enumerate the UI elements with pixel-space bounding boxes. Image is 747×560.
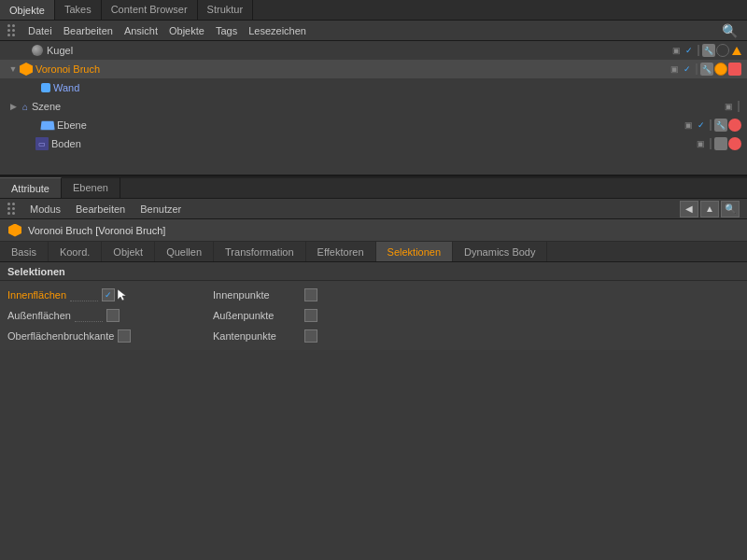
außenpunkte-label: Außenpunkte xyxy=(213,310,297,321)
voronoi-tags: ▣ ✓ 🔧 xyxy=(668,63,745,76)
wand-label: Wand xyxy=(53,82,400,93)
ebene-expand-icon[interactable] xyxy=(30,119,41,131)
property-row: Innenflächen ✓ Innenpunkte xyxy=(7,285,740,305)
nav-buttons: ◀ ▲ 🔍 xyxy=(680,201,743,217)
tag-icon-gear3 xyxy=(714,137,727,150)
ebene-icon xyxy=(40,121,54,130)
tag-icon-red3 xyxy=(728,137,741,150)
tag-icon-red2 xyxy=(728,119,741,132)
tag-icon-red xyxy=(728,63,741,76)
außenpunkte-row: Außenpunkte xyxy=(213,309,317,322)
menu-tags[interactable]: Tags xyxy=(210,23,243,38)
list-item[interactable]: ▶ ⌂ Szene ▣ xyxy=(0,97,747,116)
außenpunkte-checkbox[interactable] xyxy=(304,309,317,322)
property-row: Außenflächen Außenpunkte xyxy=(7,305,740,326)
menu-datei[interactable]: Datei xyxy=(22,23,58,38)
menu-bearbeiten[interactable]: Bearbeiten xyxy=(58,23,119,38)
checkmark-icon: ✓ xyxy=(684,45,695,56)
tab-objekt[interactable]: Objekt xyxy=(102,242,155,262)
innenpunkte-checkbox[interactable] xyxy=(304,288,317,301)
list-item[interactable]: ▼ Voronoi Bruch ▣ ✓ 🔧 xyxy=(0,60,747,78)
boden-tags: ▣ xyxy=(694,137,745,150)
nav-search-button[interactable]: 🔍 xyxy=(721,201,740,217)
tab-selektionen[interactable]: Selektionen xyxy=(376,242,454,262)
tab-struktur[interactable]: Struktur xyxy=(198,0,254,20)
object-list: Kugel ▣ ✓ 🔧 ▼ Voronoi Bruch ▣ ✓ 🔧 xyxy=(0,41,747,176)
tab-basis[interactable]: Basis xyxy=(0,242,49,262)
szene-expand-icon[interactable]: ▶ xyxy=(7,101,19,112)
kugel-label: Kugel xyxy=(47,45,669,56)
voronoi-icon-obj xyxy=(19,62,34,77)
innenpunkte-label: Innenpunkte xyxy=(213,289,297,301)
wand-expand-icon[interactable] xyxy=(30,82,41,93)
property-content: Innenflächen ✓ Innenpunkte Außenflächen xyxy=(0,281,747,350)
tab-ebenen[interactable]: Ebenen xyxy=(62,177,120,198)
außenflächen-label: Außenflächen xyxy=(7,310,71,321)
menu-dots-icon[interactable] xyxy=(4,23,19,38)
innenflächen-label: Innenflächen xyxy=(7,289,66,301)
property-tabs: Basis Koord. Objekt Quellen Transformati… xyxy=(0,242,747,262)
check-icon: ▣ xyxy=(683,119,694,131)
voronoi-expand-icon[interactable]: ▼ xyxy=(7,63,19,75)
tag-icon-orange-sphere xyxy=(714,63,727,76)
list-item[interactable]: Ebene ▣ ✓ 🔧 xyxy=(0,116,747,134)
tab-content-browser[interactable]: Content Browser xyxy=(102,0,198,20)
tab-transformation[interactable]: Transformation xyxy=(214,242,306,262)
außenflächen-checkbox[interactable] xyxy=(106,309,120,322)
innenpunkte-row: Innenpunkte xyxy=(213,288,317,301)
menu-modus[interactable]: Modus xyxy=(22,202,68,217)
tab-effektoren[interactable]: Effektoren xyxy=(306,242,376,262)
oberflächenbruchkante-label: Oberflächenbruchkante xyxy=(7,330,114,342)
menu-bearbeiten2[interactable]: Bearbeiten xyxy=(68,202,133,217)
tag-icon-1: 🔧 xyxy=(702,44,715,57)
nav-prev-button[interactable]: ◀ xyxy=(680,201,698,217)
scene-icon: ⌂ xyxy=(19,100,32,113)
attr-tab-bar: Attribute Ebenen xyxy=(0,178,747,199)
kantenpunkte-row: Kantenpunkte xyxy=(213,329,317,343)
tab-objekte[interactable]: Objekte xyxy=(0,0,55,20)
tab-takes[interactable]: Takes xyxy=(55,0,102,20)
kugel-icon xyxy=(30,43,45,58)
nav-up-button[interactable]: ▲ xyxy=(700,201,719,217)
kantenpunkte-checkbox[interactable] xyxy=(304,329,317,343)
ebene-tags: ▣ ✓ 🔧 xyxy=(682,119,745,132)
checkmark-icon: ✓ xyxy=(682,63,693,75)
menu-ansicht[interactable]: Ansicht xyxy=(119,23,163,38)
menu-lesezeichen[interactable]: Lesezeichen xyxy=(243,23,312,38)
svg-marker-0 xyxy=(118,289,126,301)
tab-quellen[interactable]: Quellen xyxy=(155,242,214,262)
check-icon: ▣ xyxy=(669,63,680,75)
list-item[interactable]: Kugel ▣ ✓ 🔧 xyxy=(0,41,747,60)
triangle-icon xyxy=(732,47,741,55)
check-icon: ▣ xyxy=(670,45,682,56)
list-item[interactable]: ▭ Boden ▣ xyxy=(0,134,747,153)
list-item[interactable]: Wand xyxy=(0,78,747,97)
tab-koord[interactable]: Koord. xyxy=(49,242,102,262)
check-icon: ▣ xyxy=(695,138,706,149)
search-icon[interactable]: 🔍 xyxy=(716,23,743,38)
tab-attribute[interactable]: Attribute xyxy=(0,177,62,198)
tab-dynamics-body[interactable]: Dynamics Body xyxy=(453,242,547,262)
check-icon: ▣ xyxy=(723,101,734,112)
boden-icon: ▭ xyxy=(35,137,49,150)
menu-objekte[interactable]: Objekte xyxy=(163,23,210,38)
expand-icon[interactable] xyxy=(19,45,30,56)
checkmark-icon: ✓ xyxy=(696,119,707,131)
innenflächen-checkbox[interactable]: ✓ xyxy=(102,288,115,301)
property-row: Oberflächenbruchkante Kantenpunkte xyxy=(7,326,740,346)
wand-icon xyxy=(41,83,50,92)
menu-bar: Datei Bearbeiten Ansicht Objekte Tags Le… xyxy=(0,21,747,41)
attr-menu-dots[interactable] xyxy=(4,202,19,217)
oberflächenbruchkante-checkbox[interactable] xyxy=(118,329,131,343)
kugel-tags: ▣ ✓ 🔧 xyxy=(669,44,745,57)
boden-label: Boden xyxy=(51,138,694,149)
object-title-text: Voronoi Bruch [Voronoi Bruch] xyxy=(28,225,165,236)
object-title-bar: Voronoi Bruch [Voronoi Bruch] xyxy=(0,219,747,242)
ebene-label: Ebene xyxy=(57,119,682,131)
tag-icon-gear: 🔧 xyxy=(700,63,713,76)
boden-expand-icon[interactable] xyxy=(24,138,35,149)
tag-icon-gear2: 🔧 xyxy=(714,119,727,132)
kantenpunkte-label: Kantenpunkte xyxy=(213,330,297,342)
menu-benutzer[interactable]: Benutzer xyxy=(133,202,189,217)
tag-icon-2 xyxy=(716,44,729,57)
